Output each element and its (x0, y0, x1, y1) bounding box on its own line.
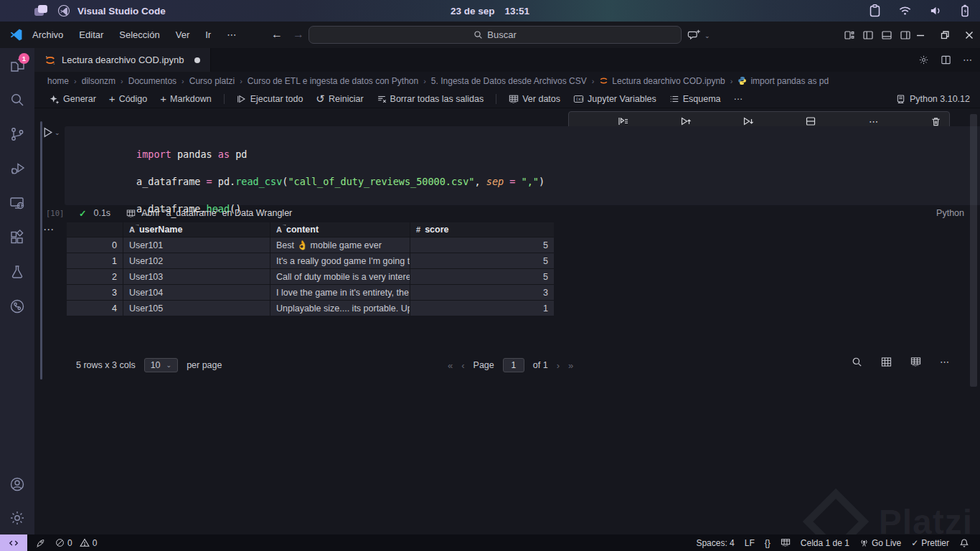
settings-gear-icon[interactable] (918, 55, 929, 65)
toolbar-more-icon[interactable]: ⋯ (729, 91, 749, 106)
jupyter-variables-button[interactable]: (x) Jupyter Variables (568, 92, 661, 106)
breadcrumb: home› dilsonzm› Documentos› Curso platzi… (34, 72, 980, 90)
table-row[interactable]: 0 User101 Best 👌 mobile game ever 5 (67, 237, 554, 253)
table-row[interactable]: 2 User103 Call of duty mobile is a very … (67, 269, 554, 285)
output-options-icon[interactable]: ⋯ (940, 357, 950, 367)
data-wrangler-status-icon[interactable] (776, 534, 796, 551)
breadcrumb-item[interactable]: 5. Ingesta de Datos desde Archivos CSV (431, 76, 587, 86)
column-header-score[interactable]: #score (410, 222, 554, 237)
page-label: Page (473, 360, 494, 370)
search-input[interactable]: Buscar (308, 26, 682, 44)
warning-icon (80, 538, 90, 547)
kernel-picker[interactable]: Python 3.10.12 (896, 94, 970, 104)
breadcrumb-item[interactable]: home (47, 76, 69, 86)
modified-dot-icon[interactable] (194, 57, 200, 63)
column-header-content[interactable]: Acontent (270, 222, 410, 237)
cell-score: 3 (410, 285, 554, 300)
settings-gear-icon[interactable] (0, 501, 34, 534)
outline-button[interactable]: Esquema (664, 92, 726, 106)
clear-outputs-button[interactable]: Borrar todas las salidas (372, 92, 489, 106)
volume-icon[interactable] (929, 5, 943, 17)
run-dropdown-chevron-icon[interactable]: ⌄ (55, 129, 60, 136)
language-braces-indicator[interactable]: {} (760, 534, 776, 551)
run-debug-icon[interactable] (0, 151, 34, 186)
menu-ver[interactable]: Ver (169, 27, 197, 43)
open-in-data-wrangler-link[interactable]: Abrir "a_dataframe" en Data Wrangler (141, 208, 292, 218)
breadcrumb-item-notebook[interactable]: Lectura dearchivo COD.ipynb (599, 76, 725, 86)
run-cell-button[interactable]: ⌄ (42, 126, 60, 138)
find-in-output-icon[interactable] (852, 357, 862, 367)
remote-explorer-icon[interactable] (0, 186, 34, 220)
page-size-select[interactable]: 10 ⌄ (144, 358, 178, 372)
testing-icon[interactable] (0, 255, 34, 289)
clipboard-icon[interactable] (869, 4, 881, 18)
explorer-icon[interactable]: 1 (0, 48, 34, 83)
search-view-icon[interactable] (0, 83, 34, 117)
split-editor-icon[interactable] (941, 55, 951, 65)
first-page-icon[interactable]: « (448, 360, 453, 371)
editor-scrollbar[interactable] (970, 114, 977, 387)
live-share-icon[interactable] (0, 289, 34, 324)
eol-indicator[interactable]: LF (740, 534, 760, 551)
table-row[interactable]: 3 User104 I love the game in it's entire… (67, 285, 554, 301)
menu-editar[interactable]: Editar (72, 27, 110, 43)
table-view-icon[interactable] (881, 357, 892, 367)
remote-indicator[interactable] (0, 534, 27, 551)
add-code-cell-button[interactable]: +Código (104, 90, 152, 107)
forward-arrow-icon[interactable]: → (287, 28, 310, 41)
breadcrumb-item[interactable]: Documentos (128, 76, 176, 86)
add-markdown-cell-button[interactable]: +Markdown (155, 90, 216, 107)
output-more-actions-icon[interactable]: ⋯ (43, 223, 55, 236)
prettier-indicator[interactable]: ✓ Prettier (906, 534, 954, 551)
menu-seleccion[interactable]: Selección (113, 27, 166, 43)
table-row[interactable]: 4 User105 Unplayable size.... its portab… (67, 301, 554, 316)
next-page-icon[interactable]: › (557, 360, 560, 371)
notifications-bell-icon[interactable] (954, 534, 974, 551)
breadcrumb-item[interactable]: dilsonzm (82, 76, 116, 86)
customize-layout-icon[interactable] (844, 29, 855, 41)
toggle-sidebar-icon[interactable] (862, 29, 874, 41)
restart-button[interactable]: ↺Reiniciar (311, 92, 368, 106)
view-data-button[interactable]: Ver datos (504, 92, 565, 106)
breadcrumb-item[interactable]: Curso de ETL e ingesta de datos con Pyth… (248, 76, 418, 86)
chevron-down-icon[interactable]: ⌄ (705, 32, 710, 39)
cell-position-indicator[interactable]: Celda 1 de 1 (796, 534, 854, 551)
last-page-icon[interactable]: » (568, 360, 573, 371)
extensions-icon[interactable] (0, 220, 34, 255)
indent-indicator[interactable]: Spaces: 4 (691, 534, 739, 551)
system-clock[interactable]: 23 de sep 13:51 (0, 6, 980, 17)
cell-score: 1 (410, 301, 554, 316)
more-actions-icon[interactable]: ⋯ (963, 55, 973, 65)
rocket-icon[interactable] (30, 534, 50, 551)
prev-page-icon[interactable]: ‹ (461, 360, 464, 371)
back-arrow-icon[interactable]: ← (265, 28, 288, 41)
battery-charging-icon[interactable] (960, 4, 970, 18)
errors-indicator[interactable]: 0 0 (50, 534, 102, 551)
menu-more[interactable]: ⋯ (220, 27, 242, 43)
go-live-button[interactable]: Go Live (854, 534, 906, 551)
menu-archivo[interactable]: Archivo (26, 27, 70, 43)
minimize-icon[interactable] (915, 30, 925, 40)
data-wrangler-icon[interactable] (910, 357, 921, 367)
toggle-panel-icon[interactable] (881, 29, 892, 41)
generate-button[interactable]: Generar (44, 92, 101, 106)
wifi-icon[interactable] (898, 5, 912, 17)
column-header-username[interactable]: AuserName (123, 222, 270, 237)
breadcrumb-item-symbol[interactable]: import pandas as pd (738, 76, 829, 86)
restore-icon[interactable] (940, 30, 950, 40)
table-row[interactable]: 1 User102 It's a really good game I'm go… (67, 253, 554, 269)
menu-ir[interactable]: Ir (199, 27, 217, 43)
code-cell[interactable]: import pandas as pd a_dataframe = pd.rea… (65, 126, 980, 205)
close-icon[interactable] (964, 30, 974, 40)
system-tray[interactable] (869, 0, 970, 22)
account-icon[interactable] (0, 467, 34, 501)
copilot-icon[interactable] (687, 29, 702, 41)
toggle-secondary-sidebar-icon[interactable] (900, 29, 911, 41)
run-all-button[interactable]: Ejecutar todo (232, 92, 308, 106)
breadcrumb-item[interactable]: Curso platzi (189, 76, 235, 86)
cell-language[interactable]: Python (936, 208, 964, 218)
page-input[interactable] (503, 358, 524, 372)
source-control-icon[interactable] (0, 117, 34, 151)
tab-lectura-dearchivo[interactable]: Lectura dearchivo COD.ipynb (34, 48, 211, 72)
index-column-header[interactable] (67, 222, 123, 237)
